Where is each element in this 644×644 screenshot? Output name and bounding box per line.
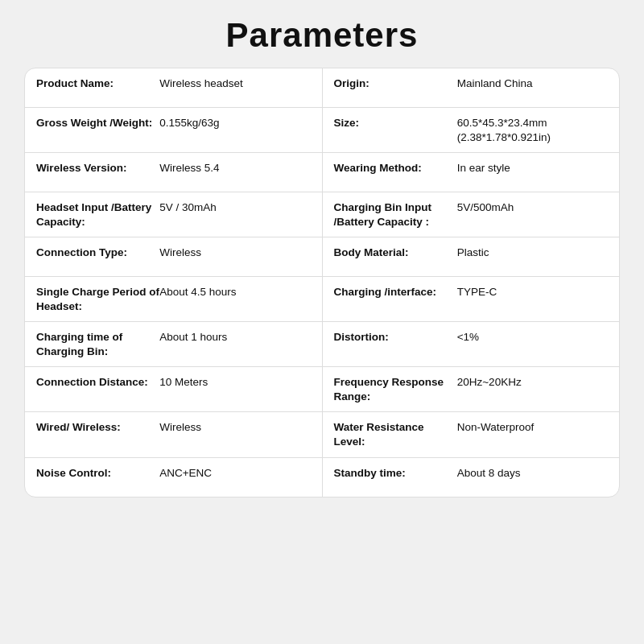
table-row: Wireless Version:Wireless 5.4Wearing Met… [25,153,619,192]
param-value: Plastic [457,246,608,260]
param-value: In ear style [457,161,608,175]
right-cell: Body Material:Plastic [322,237,619,277]
table-row: Charging time of Charging Bin:About 1 ho… [25,322,619,367]
param-label: Standby time: [334,466,457,481]
param-label: Single Charge Period of Headset: [36,285,159,313]
param-value: About 4.5 hours [159,285,310,299]
right-cell: Charging /interface:TYPE-C [322,277,619,322]
param-value: Non-Waterproof [457,420,608,435]
param-label: Headset Input /Battery Capacity: [36,200,159,229]
parameters-table: Product Name:Wireless headsetOrigin:Main… [24,68,620,497]
right-cell: Charging Bin Input /Battery Capacity :5V… [322,192,619,237]
table-row: Headset Input /Battery Capacity:5V / 30m… [25,192,619,237]
param-value: 5V / 30mAh [159,200,310,215]
table-row: Wired/ Wireless:WirelessWater Resistance… [25,412,619,457]
left-cell: Wireless Version:Wireless 5.4 [25,153,322,192]
left-cell: Connection Type:Wireless [25,237,322,277]
param-value: 60.5*45.3*23.4mm (2.38*1.78*0.921in) [457,116,608,144]
left-cell: Headset Input /Battery Capacity:5V / 30m… [25,192,322,237]
left-cell: Gross Weight /Weight:0.155kg/63g [25,108,322,153]
param-value: 20Hz~20KHz [457,375,608,390]
param-label: Charging /interface: [334,285,457,299]
left-cell: Product Name:Wireless headset [25,68,322,108]
param-label: Wearing Method: [334,161,457,175]
param-value: About 1 hours [159,330,310,345]
param-label: Wired/ Wireless: [36,420,159,435]
left-cell: Connection Distance:10 Meters [25,367,322,412]
param-label: Wireless Version: [36,161,159,175]
left-cell: Wired/ Wireless:Wireless [25,412,322,457]
param-label: Connection Distance: [36,375,159,390]
param-label: Gross Weight /Weight: [36,116,159,130]
table-row: Gross Weight /Weight:0.155kg/63gSize:60.… [25,108,619,153]
right-cell: Origin:Mainland China [322,68,619,108]
right-cell: Standby time:About 8 days [322,457,619,497]
left-cell: Single Charge Period of Headset:About 4.… [25,277,322,322]
param-value: Wireless [159,246,310,260]
left-cell: Charging time of Charging Bin:About 1 ho… [25,322,322,367]
param-label: Origin: [334,76,457,91]
param-label: Product Name: [36,76,159,91]
param-value: Wireless headset [159,76,310,91]
right-cell: Frequency Response Range:20Hz~20KHz [322,367,619,412]
param-label: Size: [334,116,457,130]
param-label: Charging Bin Input /Battery Capacity : [334,200,457,229]
table-row: Product Name:Wireless headsetOrigin:Main… [25,68,619,108]
param-value: 0.155kg/63g [159,116,310,130]
table-row: Single Charge Period of Headset:About 4.… [25,277,619,322]
param-value: 5V/500mAh [457,200,608,215]
table-row: Connection Type:WirelessBody Material:Pl… [25,237,619,277]
right-cell: Distortion:<1% [322,322,619,367]
table-row: Connection Distance:10 MetersFrequency R… [25,367,619,412]
param-value: 10 Meters [159,375,310,390]
param-value: About 8 days [457,466,608,481]
param-label: Distortion: [334,330,457,345]
param-label: Body Material: [334,246,457,260]
left-cell: Noise Control:ANC+ENC [25,457,322,497]
param-value: <1% [457,330,608,345]
param-label: Charging time of Charging Bin: [36,330,159,358]
right-cell: Size:60.5*45.3*23.4mm (2.38*1.78*0.921in… [322,108,619,153]
param-label: Noise Control: [36,466,159,481]
param-value: ANC+ENC [159,466,310,481]
param-value: Mainland China [457,76,608,91]
page-container: Parameters Product Name:Wireless headset… [0,0,644,644]
page-title: Parameters [226,16,419,55]
param-value: TYPE-C [457,285,608,299]
table-row: Noise Control:ANC+ENCStandby time:About … [25,457,619,497]
param-label: Water Resistance Level: [334,420,457,448]
param-value: Wireless [159,420,310,435]
right-cell: Water Resistance Level:Non-Waterproof [322,412,619,457]
param-value: Wireless 5.4 [159,161,310,175]
param-label: Connection Type: [36,246,159,260]
right-cell: Wearing Method:In ear style [322,153,619,192]
param-label: Frequency Response Range: [334,375,457,403]
